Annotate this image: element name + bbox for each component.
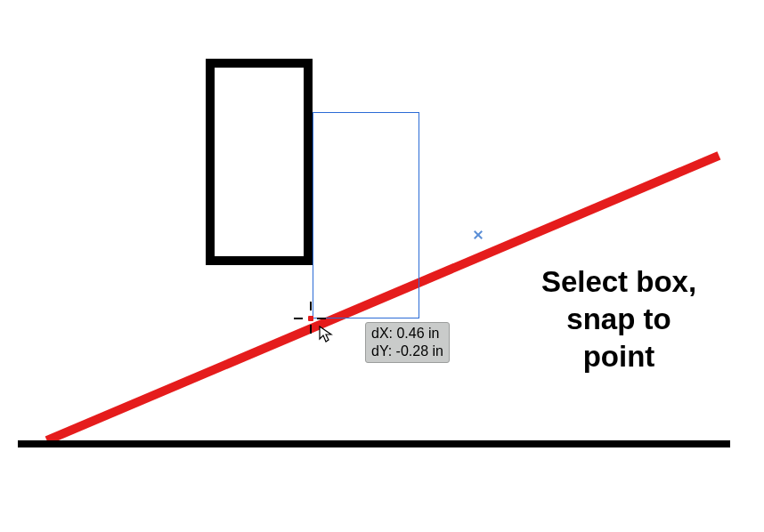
drawing-canvas[interactable]: dX: 0.46 in dY: -0.28 in Select box, sna… [0,0,764,532]
black-rectangle-shape[interactable] [206,59,313,265]
center-marker-icon [473,230,484,240]
drag-preview-outline [313,112,419,318]
caption-line-3: point [494,338,744,375]
ground-line-shape[interactable] [18,440,730,447]
dy-row: dY: -0.28 in [371,343,443,360]
snap-offset-tooltip: dX: 0.46 in dY: -0.28 in [365,322,450,363]
dx-row: dX: 0.46 in [371,325,443,343]
cursor-arrow-icon [319,326,333,347]
dx-label: dX: [371,326,393,341]
caption-line-1: Select box, [494,263,744,301]
caption-line-2: snap to [494,301,744,338]
dy-label: dY: [371,343,392,359]
dy-value: -0.28 in [396,343,443,359]
dx-value: 0.46 in [396,326,439,341]
instruction-caption: Select box, snap to point [494,263,744,376]
